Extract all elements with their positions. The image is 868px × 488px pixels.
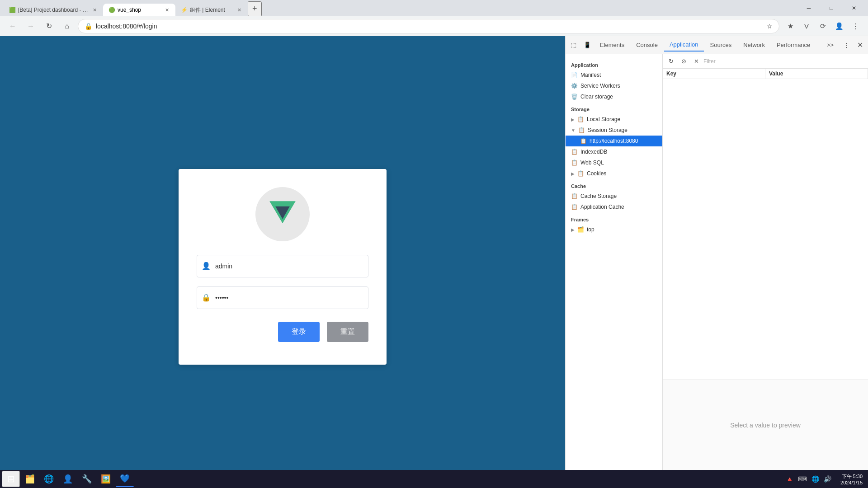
account-button[interactable]: 👤 [832,19,846,33]
username-input[interactable] [215,255,368,277]
menu-button[interactable]: ⋮ [848,19,863,33]
tab-2[interactable]: 🟢 vue_shop ✕ [103,4,175,16]
sidebar-item-top[interactable]: ▶ 🗂️ top [566,224,662,235]
devtools-sidebar: Application 📄 Manifest ⚙️ Service Worker… [566,54,663,470]
vivaldi-icon-button[interactable]: V [799,19,814,33]
session-storage-label: Session Storage [588,127,627,133]
tab-1-favicon: 🟩 [9,7,15,13]
devtools-close-button[interactable]: ✕ [854,39,866,52]
sidebar-item-clear-storage[interactable]: 🗑️ Clear storage [566,91,662,102]
content-area: 👤 🔒 登录 重置 ⬚ 📱 Ele [0,36,868,470]
back-button[interactable]: ← [5,19,20,33]
tab-3-favicon: ⚡ [181,7,187,13]
url-text: localhost:8080/#/login [96,23,763,30]
sidebar-item-cache-storage[interactable]: 📋 Cache Storage [566,191,662,202]
devtools-panel: ⬚ 📱 Elements Console Application Sources… [565,36,868,470]
cache-storage-label: Cache Storage [580,193,617,199]
devtools-toolbar: ↻ ⊘ ✕ [663,54,868,69]
login-button[interactable]: 登录 [278,322,320,342]
sidebar-item-session-storage[interactable]: ▼ 📋 Session Storage [566,125,662,136]
tab-more[interactable]: >> [821,39,839,52]
localhost-label: http://localhost:8080 [590,138,638,144]
sidebar-item-web-sql[interactable]: 📋 Web SQL [566,157,662,168]
local-storage-arrow: ▶ [571,117,575,122]
tray-icon-1: 🔺 [784,474,795,484]
taskbar-clock[interactable]: 下午 5:30 2024/1/15 [837,473,866,485]
manifest-label: Manifest [580,72,601,78]
session-storage-arrow: ▼ [571,128,576,133]
application-cache-label: Application Cache [580,204,624,210]
filter-input[interactable] [703,57,865,66]
sidebar-item-service-workers[interactable]: ⚙️ Service Workers [566,80,662,91]
tab-network[interactable]: Network [738,39,770,52]
tab-strip: 🟩 [Beta] Project dashboard - Vue... ✕ 🟢 … [4,0,797,16]
section-application: Application [566,61,662,70]
sound-icon: 🔊 [822,474,833,484]
forward-button[interactable]: → [24,19,38,33]
taskbar-tools[interactable]: 🔧 [78,471,96,487]
sidebar-item-manifest[interactable]: 📄 Manifest [566,70,662,80]
local-storage-label: Local Storage [587,116,620,122]
tab-2-close[interactable]: ✕ [164,6,170,14]
taskbar-browser[interactable]: 🌐 [40,471,58,487]
cookies-icon: 📋 [577,170,584,177]
cookies-arrow: ▶ [571,171,575,176]
tab-3-close[interactable]: ✕ [236,6,242,14]
minimize-button[interactable]: ─ [798,2,819,14]
clear-filter-button[interactable]: ✕ [691,56,702,67]
new-tab-button[interactable]: + [248,1,262,16]
devtools-device-button[interactable]: 📱 [581,39,594,52]
top-arrow: ▶ [571,227,575,232]
sidebar-item-cookies[interactable]: ▶ 📋 Cookies [566,168,662,179]
indexeddb-label: IndexedDB [580,149,607,155]
start-button[interactable]: ⊞ [2,471,20,487]
tab-1[interactable]: 🟩 [Beta] Project dashboard - Vue... ✕ [4,4,103,16]
username-field[interactable]: 👤 [197,255,368,277]
sidebar-item-application-cache[interactable]: 📋 Application Cache [566,202,662,212]
tab-console[interactable]: Console [631,39,663,52]
tab-sources[interactable]: Sources [705,39,737,52]
session-storage-icon: 📋 [578,127,585,133]
tab-3-title: 组件 | Element [190,6,234,14]
sidebar-item-localhost-8080[interactable]: 📋 http://localhost:8080 [566,136,662,146]
sidebar-item-indexeddb[interactable]: 📋 IndexedDB [566,146,662,157]
delete-item-button[interactable]: ⊘ [678,56,689,67]
tab-application[interactable]: Application [664,39,704,52]
reset-button[interactable]: 重置 [327,322,368,342]
refresh-button[interactable]: ↻ [42,19,56,33]
password-field[interactable]: 🔒 [197,286,368,309]
close-button[interactable]: ✕ [844,2,864,14]
service-workers-icon: ⚙️ [571,83,578,89]
storage-table: Key Value [663,69,868,380]
cache-storage-icon: 📋 [571,193,578,199]
taskbar-photos[interactable]: 🖼️ [97,471,115,487]
preview-text: Select a value to preview [730,422,801,429]
button-row: 登录 重置 [197,322,368,342]
history-button[interactable]: ⟳ [816,19,830,33]
taskbar-vscode[interactable]: 💙 [116,471,134,487]
tab-1-close[interactable]: ✕ [92,6,98,14]
tab-1-title: [Beta] Project dashboard - Vue... [18,7,89,13]
address-bar[interactable]: 🔒 localhost:8080/#/login ☆ [78,19,779,33]
taskbar-files[interactable]: 🗂️ [21,471,39,487]
bookmark-star-button[interactable]: ★ [783,19,797,33]
top-icon: 🗂️ [577,226,584,233]
manifest-icon: 📄 [571,72,578,78]
refresh-storage-button[interactable]: ↻ [665,56,676,67]
sidebar-item-local-storage[interactable]: ▶ 📋 Local Storage [566,114,662,125]
application-cache-icon: 📋 [571,204,578,210]
user-icon: 👤 [197,262,215,270]
tab-3[interactable]: ⚡ 组件 | Element ✕ [175,4,248,16]
vue-logo [255,187,310,241]
password-input[interactable] [215,287,368,309]
devtools-inspect-button[interactable]: ⬚ [567,39,580,52]
devtools-more-button[interactable]: ⋮ [840,39,853,52]
tab-elements[interactable]: Elements [594,39,630,52]
tab-performance[interactable]: Performance [771,39,816,52]
maximize-button[interactable]: □ [821,2,842,14]
tab-2-title: vue_shop [118,7,161,13]
bookmark-icon[interactable]: ☆ [767,23,773,30]
taskbar-person[interactable]: 👤 [59,471,77,487]
home-button[interactable]: ⌂ [60,19,74,33]
value-preview-panel: Select a value to preview [663,380,868,470]
